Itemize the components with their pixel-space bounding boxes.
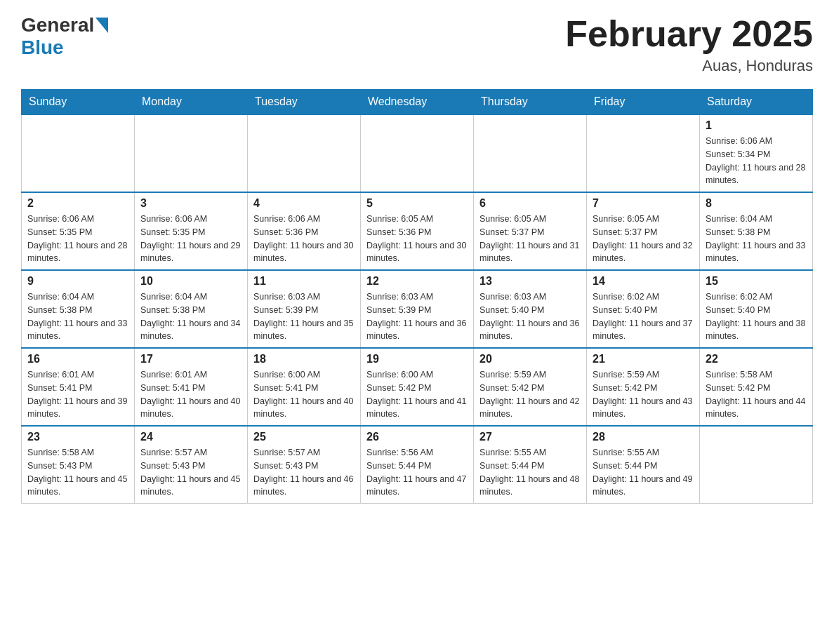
day-info: Sunrise: 6:01 AMSunset: 5:41 PMDaylight:… bbox=[27, 368, 128, 421]
logo-general: General bbox=[21, 14, 94, 36]
day-cell: 7Sunrise: 6:05 AMSunset: 5:37 PMDaylight… bbox=[587, 192, 700, 270]
day-info: Sunrise: 5:57 AMSunset: 5:43 PMDaylight:… bbox=[253, 446, 355, 499]
day-cell: 23Sunrise: 5:58 AMSunset: 5:43 PMDayligh… bbox=[22, 426, 135, 504]
day-cell bbox=[474, 114, 587, 192]
day-cell: 28Sunrise: 5:55 AMSunset: 5:44 PMDayligh… bbox=[587, 426, 700, 504]
day-number: 10 bbox=[140, 275, 241, 288]
header-thursday: Thursday bbox=[474, 90, 587, 115]
day-cell: 4Sunrise: 6:06 AMSunset: 5:36 PMDaylight… bbox=[248, 192, 361, 270]
day-cell: 21Sunrise: 5:59 AMSunset: 5:42 PMDayligh… bbox=[587, 348, 700, 426]
day-number: 15 bbox=[706, 275, 807, 288]
day-info: Sunrise: 6:02 AMSunset: 5:40 PMDaylight:… bbox=[706, 290, 807, 343]
day-info: Sunrise: 5:56 AMSunset: 5:44 PMDaylight:… bbox=[366, 446, 468, 499]
day-number: 13 bbox=[479, 275, 581, 288]
day-number: 1 bbox=[706, 119, 807, 132]
day-info: Sunrise: 6:05 AMSunset: 5:37 PMDaylight:… bbox=[479, 213, 581, 265]
week-row-5: 23Sunrise: 5:58 AMSunset: 5:43 PMDayligh… bbox=[22, 426, 813, 504]
day-number: 22 bbox=[706, 353, 807, 365]
logo-blue: Blue bbox=[21, 36, 64, 58]
day-cell: 6Sunrise: 6:05 AMSunset: 5:37 PMDaylight… bbox=[474, 192, 587, 270]
day-info: Sunrise: 5:58 AMSunset: 5:42 PMDaylight:… bbox=[706, 368, 807, 421]
day-info: Sunrise: 6:03 AMSunset: 5:39 PMDaylight:… bbox=[366, 290, 468, 343]
day-cell: 9Sunrise: 6:04 AMSunset: 5:38 PMDaylight… bbox=[22, 270, 135, 348]
logo-arrow-icon bbox=[95, 18, 108, 33]
day-cell: 22Sunrise: 5:58 AMSunset: 5:42 PMDayligh… bbox=[700, 348, 813, 426]
day-cell: 20Sunrise: 5:59 AMSunset: 5:42 PMDayligh… bbox=[474, 348, 587, 426]
day-number: 5 bbox=[366, 197, 468, 210]
day-info: Sunrise: 5:59 AMSunset: 5:42 PMDaylight:… bbox=[479, 368, 581, 421]
day-info: Sunrise: 6:05 AMSunset: 5:37 PMDaylight:… bbox=[593, 213, 694, 265]
day-info: Sunrise: 6:06 AMSunset: 5:34 PMDaylight:… bbox=[706, 135, 807, 187]
day-cell: 26Sunrise: 5:56 AMSunset: 5:44 PMDayligh… bbox=[361, 426, 474, 504]
header-saturday: Saturday bbox=[700, 90, 813, 115]
day-cell bbox=[248, 114, 361, 192]
day-cell: 27Sunrise: 5:55 AMSunset: 5:44 PMDayligh… bbox=[474, 426, 587, 504]
logo: General Blue bbox=[21, 14, 110, 59]
day-number: 20 bbox=[479, 353, 581, 365]
calendar-header-row: SundayMondayTuesdayWednesdayThursdayFrid… bbox=[22, 90, 813, 115]
day-info: Sunrise: 6:00 AMSunset: 5:42 PMDaylight:… bbox=[366, 368, 468, 421]
day-cell: 12Sunrise: 6:03 AMSunset: 5:39 PMDayligh… bbox=[361, 270, 474, 348]
day-cell: 10Sunrise: 6:04 AMSunset: 5:38 PMDayligh… bbox=[135, 270, 248, 348]
day-cell: 17Sunrise: 6:01 AMSunset: 5:41 PMDayligh… bbox=[135, 348, 248, 426]
day-cell: 2Sunrise: 6:06 AMSunset: 5:35 PMDaylight… bbox=[22, 192, 135, 270]
day-cell: 24Sunrise: 5:57 AMSunset: 5:43 PMDayligh… bbox=[135, 426, 248, 504]
day-info: Sunrise: 5:55 AMSunset: 5:44 PMDaylight:… bbox=[593, 446, 694, 499]
day-number: 16 bbox=[27, 353, 128, 365]
day-number: 14 bbox=[593, 275, 694, 288]
week-row-3: 9Sunrise: 6:04 AMSunset: 5:38 PMDaylight… bbox=[22, 270, 813, 348]
day-number: 9 bbox=[27, 275, 128, 288]
day-cell: 11Sunrise: 6:03 AMSunset: 5:39 PMDayligh… bbox=[248, 270, 361, 348]
header-friday: Friday bbox=[587, 90, 700, 115]
day-info: Sunrise: 5:58 AMSunset: 5:43 PMDaylight:… bbox=[27, 446, 128, 499]
day-number: 4 bbox=[253, 197, 355, 210]
day-cell bbox=[135, 114, 248, 192]
day-info: Sunrise: 6:04 AMSunset: 5:38 PMDaylight:… bbox=[140, 290, 241, 343]
day-info: Sunrise: 5:57 AMSunset: 5:43 PMDaylight:… bbox=[140, 446, 241, 499]
location: Auas, Honduras bbox=[565, 57, 813, 75]
day-info: Sunrise: 6:00 AMSunset: 5:41 PMDaylight:… bbox=[253, 368, 355, 421]
day-cell: 25Sunrise: 5:57 AMSunset: 5:43 PMDayligh… bbox=[248, 426, 361, 504]
day-cell bbox=[700, 426, 813, 504]
day-info: Sunrise: 6:03 AMSunset: 5:39 PMDaylight:… bbox=[253, 290, 355, 343]
day-info: Sunrise: 6:06 AMSunset: 5:36 PMDaylight:… bbox=[253, 213, 355, 265]
day-info: Sunrise: 6:04 AMSunset: 5:38 PMDaylight:… bbox=[27, 290, 128, 343]
header-wednesday: Wednesday bbox=[361, 90, 474, 115]
day-cell: 3Sunrise: 6:06 AMSunset: 5:35 PMDaylight… bbox=[135, 192, 248, 270]
day-cell: 18Sunrise: 6:00 AMSunset: 5:41 PMDayligh… bbox=[248, 348, 361, 426]
week-row-1: 1Sunrise: 6:06 AMSunset: 5:34 PMDaylight… bbox=[22, 114, 813, 192]
day-number: 24 bbox=[140, 431, 241, 443]
day-number: 2 bbox=[27, 197, 128, 210]
header-monday: Monday bbox=[135, 90, 248, 115]
day-cell: 19Sunrise: 6:00 AMSunset: 5:42 PMDayligh… bbox=[361, 348, 474, 426]
day-number: 27 bbox=[479, 431, 581, 443]
day-info: Sunrise: 6:06 AMSunset: 5:35 PMDaylight:… bbox=[140, 213, 241, 265]
day-number: 23 bbox=[27, 431, 128, 443]
day-info: Sunrise: 6:02 AMSunset: 5:40 PMDaylight:… bbox=[593, 290, 694, 343]
day-number: 3 bbox=[140, 197, 241, 210]
day-number: 12 bbox=[366, 275, 468, 288]
day-info: Sunrise: 5:59 AMSunset: 5:42 PMDaylight:… bbox=[593, 368, 694, 421]
title-section: February 2025 Auas, Honduras bbox=[565, 14, 813, 75]
month-title: February 2025 bbox=[565, 14, 813, 54]
day-number: 7 bbox=[593, 197, 694, 210]
day-number: 26 bbox=[366, 431, 468, 443]
day-number: 6 bbox=[479, 197, 581, 210]
day-number: 19 bbox=[366, 353, 468, 365]
day-number: 28 bbox=[593, 431, 694, 443]
day-cell: 1Sunrise: 6:06 AMSunset: 5:34 PMDaylight… bbox=[700, 114, 813, 192]
day-number: 21 bbox=[593, 353, 694, 365]
day-info: Sunrise: 6:05 AMSunset: 5:36 PMDaylight:… bbox=[366, 213, 468, 265]
page-header: General Blue February 2025 Auas, Hondura… bbox=[21, 14, 813, 75]
day-info: Sunrise: 6:03 AMSunset: 5:40 PMDaylight:… bbox=[479, 290, 581, 343]
day-info: Sunrise: 6:06 AMSunset: 5:35 PMDaylight:… bbox=[27, 213, 128, 265]
day-cell: 13Sunrise: 6:03 AMSunset: 5:40 PMDayligh… bbox=[474, 270, 587, 348]
day-number: 8 bbox=[706, 197, 807, 210]
day-cell: 14Sunrise: 6:02 AMSunset: 5:40 PMDayligh… bbox=[587, 270, 700, 348]
week-row-2: 2Sunrise: 6:06 AMSunset: 5:35 PMDaylight… bbox=[22, 192, 813, 270]
day-number: 11 bbox=[253, 275, 355, 288]
header-sunday: Sunday bbox=[22, 90, 135, 115]
calendar-table: SundayMondayTuesdayWednesdayThursdayFrid… bbox=[21, 89, 813, 504]
day-info: Sunrise: 6:01 AMSunset: 5:41 PMDaylight:… bbox=[140, 368, 241, 421]
day-cell bbox=[587, 114, 700, 192]
